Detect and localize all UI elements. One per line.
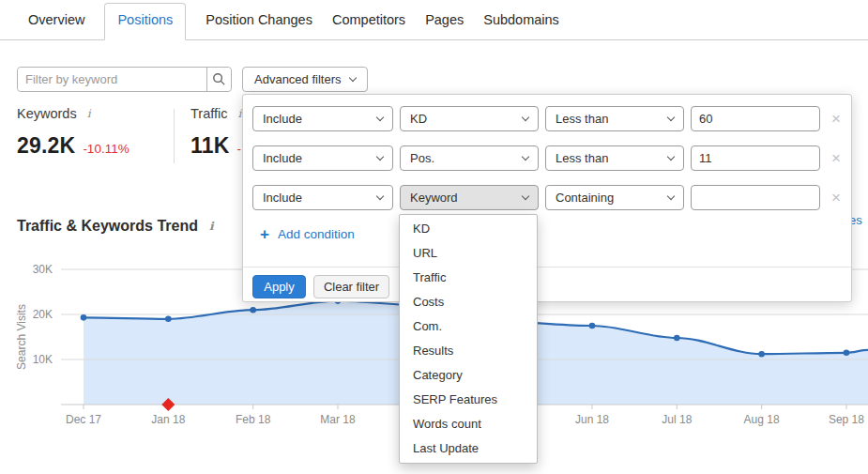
tab-position-changes[interactable]: Position Changes (206, 12, 312, 39)
tab-overview[interactable]: Overview (28, 12, 84, 39)
svg-text:Jan 18: Jan 18 (151, 413, 185, 426)
field-select[interactable]: Pos. (400, 145, 539, 171)
keywords-stat-value: 29.2K (17, 133, 75, 159)
keywords-stat: Keywords i 29.2K -10.11% (17, 106, 129, 159)
svg-text:Jul 18: Jul 18 (662, 413, 692, 426)
operator-select-value: Less than (556, 151, 608, 165)
condition-select[interactable]: Include (252, 106, 393, 131)
tab-competitors[interactable]: Competitors (332, 12, 405, 39)
svg-text:Sep 18: Sep 18 (829, 413, 864, 426)
svg-text:Aug 18: Aug 18 (744, 413, 780, 426)
filter-value-input[interactable] (691, 106, 820, 131)
add-condition-label: Add condition (278, 227, 355, 241)
keywords-stat-label: Keywords (17, 106, 77, 121)
search-icon (212, 72, 226, 86)
stats-divider (174, 109, 175, 163)
filter-value-input[interactable] (691, 145, 820, 171)
filter-row: Include Keyword Containing × (243, 185, 851, 210)
condition-select-value: Include (263, 112, 302, 126)
operator-select[interactable]: Less than (545, 106, 684, 131)
report-tabbar: Overview Positions Position Changes Comp… (0, 0, 868, 40)
chevron-down-icon (376, 113, 384, 120)
svg-text:Jun 18: Jun 18 (575, 413, 609, 426)
filter-row: Include Pos. Less than × (243, 145, 851, 171)
svg-text:30K: 30K (33, 263, 53, 276)
chevron-down-icon (348, 73, 356, 81)
clear-filter-button[interactable]: Clear filter (313, 275, 389, 298)
info-icon[interactable]: i (237, 107, 241, 120)
panel-divider (243, 267, 851, 268)
keywords-stat-change: -10.11% (83, 142, 129, 156)
traffic-stat: Traffic i 11K - (190, 106, 241, 159)
chevron-down-icon (522, 191, 529, 199)
keyword-filter-field (17, 67, 232, 92)
remove-filter-icon[interactable]: × (826, 106, 846, 131)
traffic-stat-label: Traffic (190, 106, 227, 121)
tab-pages[interactable]: Pages (425, 12, 464, 39)
info-icon[interactable]: i (209, 220, 214, 233)
condition-select[interactable]: Include (252, 145, 393, 171)
operator-select[interactable]: Containing (545, 185, 684, 210)
chevron-down-icon (667, 113, 675, 120)
chevron-down-icon (667, 152, 675, 160)
field-option[interactable]: URL (400, 241, 537, 266)
field-dropdown: KDURLTrafficCostsCom.ResultsCategorySERP… (399, 214, 538, 464)
condition-select-value: Include (263, 191, 302, 205)
operator-select[interactable]: Less than (545, 145, 684, 171)
field-option[interactable]: KD (400, 217, 537, 241)
field-option[interactable]: SERP Features (400, 388, 537, 412)
svg-text:Mar 18: Mar 18 (320, 413, 356, 426)
keyword-filter-input[interactable] (18, 68, 206, 91)
filter-row: Include KD Less than × (243, 106, 851, 131)
field-option[interactable]: Category (400, 363, 537, 388)
field-option[interactable]: Last Update (400, 436, 537, 461)
field-select-value: KD (410, 112, 427, 126)
field-select[interactable]: KD (400, 106, 539, 131)
search-button[interactable] (206, 68, 231, 91)
field-option[interactable]: Com. (400, 314, 537, 339)
plus-icon: + (260, 226, 269, 242)
remove-filter-icon[interactable]: × (826, 145, 846, 171)
field-select-value: Keyword (410, 191, 458, 205)
svg-text:20K: 20K (33, 308, 53, 321)
tab-positions[interactable]: Positions (104, 3, 186, 40)
positions-report-page: Overview Positions Position Changes Comp… (0, 0, 868, 474)
operator-select-value: Containing (556, 191, 614, 205)
apply-button[interactable]: Apply (252, 275, 306, 298)
svg-text:Dec 17: Dec 17 (66, 413, 101, 426)
chevron-down-icon (376, 191, 384, 199)
chevron-down-icon (376, 152, 384, 160)
tab-subdomains[interactable]: Subdomains (483, 12, 559, 39)
filter-value-input[interactable] (691, 185, 820, 210)
field-select-open[interactable]: Keyword (400, 185, 539, 210)
field-option[interactable]: Costs (400, 290, 537, 314)
trend-section-title: Traffic & Keywords Trend (17, 218, 198, 235)
advanced-filters-button[interactable]: Advanced filters (242, 67, 368, 92)
field-option[interactable]: Traffic (400, 266, 537, 290)
field-option[interactable]: Results (400, 339, 537, 363)
field-option[interactable]: Words count (400, 412, 537, 436)
chevron-down-icon (522, 152, 529, 160)
condition-select-value: Include (263, 151, 302, 165)
chevron-down-icon (522, 113, 529, 120)
traffic-stat-value: 11K (190, 133, 230, 159)
remove-filter-icon[interactable]: × (826, 185, 846, 210)
field-select-value: Pos. (410, 151, 434, 165)
advanced-filters-panel: Include KD Less than × Include Pos. Less… (242, 94, 852, 302)
svg-text:Feb 18: Feb 18 (236, 413, 271, 426)
info-icon[interactable]: i (87, 107, 91, 120)
svg-text:Search Visits: Search Visits (15, 304, 28, 370)
advanced-filters-label: Advanced filters (254, 72, 342, 86)
chevron-down-icon (667, 191, 675, 199)
svg-text:10K: 10K (33, 353, 53, 366)
condition-select[interactable]: Include (252, 185, 393, 210)
operator-select-value: Less than (556, 112, 608, 126)
traffic-stat-change-clipped: - (237, 142, 242, 156)
add-condition-link[interactable]: + Add condition (260, 226, 355, 242)
